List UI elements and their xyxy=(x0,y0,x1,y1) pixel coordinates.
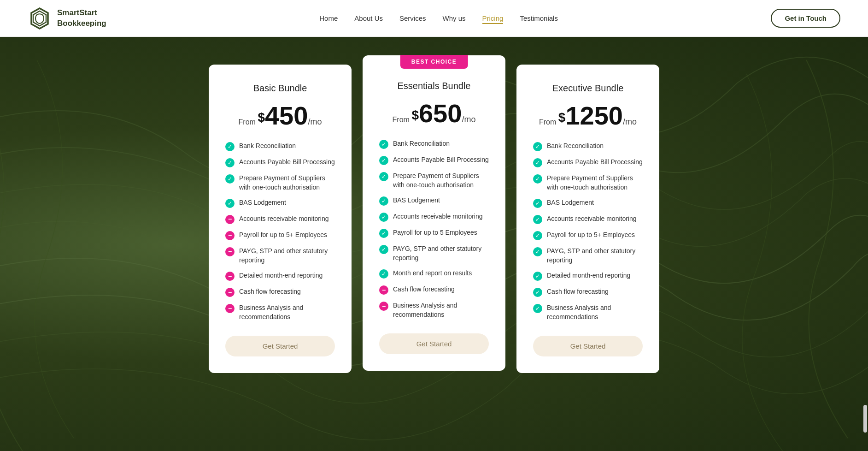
feature-item: ✓Business Analysis and recommendations xyxy=(533,303,643,321)
feature-item: ✓BAS Lodgement xyxy=(379,196,489,206)
price-dollar-essentials: $ xyxy=(411,108,419,122)
price-dollar-basic: $ xyxy=(258,110,265,125)
check-icon: ✓ xyxy=(533,215,542,224)
feature-item: −Payroll for up to 5+ Employees xyxy=(225,231,335,240)
price-amount-basic: 450 xyxy=(265,101,308,130)
price-area-essentials: From $650/mo xyxy=(379,101,489,126)
scroll-indicator xyxy=(863,405,867,433)
pricing-container: Basic Bundle From $450/mo ✓Bank Reconcil… xyxy=(111,55,757,382)
price-area-executive: From $1250/mo xyxy=(533,103,643,129)
check-icon: ✓ xyxy=(533,304,542,313)
cross-icon: − xyxy=(225,304,235,313)
feature-item: ✓Detailed month-end reporting xyxy=(533,271,643,281)
check-icon: ✓ xyxy=(379,245,388,254)
get-started-button-executive[interactable]: Get Started xyxy=(533,336,643,356)
brand-name: SmartStart Bookkeeping xyxy=(57,8,106,28)
check-icon: ✓ xyxy=(533,288,542,297)
nav-item-about[interactable]: About Us xyxy=(354,14,383,23)
feature-item: ✓Payroll for up to 5 Employees xyxy=(379,228,489,238)
pricing-card-basic: Basic Bundle From $450/mo ✓Bank Reconcil… xyxy=(209,65,352,373)
price-area-basic: From $450/mo xyxy=(225,103,335,129)
nav-item-pricing[interactable]: Pricing xyxy=(482,14,504,23)
feature-item: −PAYG, STP and other statutory reporting xyxy=(225,247,335,265)
logo-area: SmartStart Bookkeeping xyxy=(28,6,106,30)
main-content: Basic Bundle From $450/mo ✓Bank Reconcil… xyxy=(0,37,868,451)
features-list-essentials: ✓Bank Reconciliation ✓Accounts Payable B… xyxy=(379,139,489,320)
feature-item: ✓Prepare Payment of Suppliers with one-t… xyxy=(225,174,335,192)
check-icon: ✓ xyxy=(533,247,542,256)
feature-item: ✓Payroll for up to 5+ Employees xyxy=(533,231,643,240)
check-icon: ✓ xyxy=(533,174,542,184)
logo-icon xyxy=(28,6,52,30)
feature-item: ✓Month end report on results xyxy=(379,269,489,279)
card-title-executive: Executive Bundle xyxy=(533,83,643,94)
cross-icon: − xyxy=(379,302,388,311)
feature-item: −Detailed month-end reporting xyxy=(225,271,335,281)
feature-item: ✓Accounts receivable monitoring xyxy=(533,214,643,224)
price-from-executive: From xyxy=(539,118,556,126)
price-mo-executive: /mo xyxy=(623,117,637,126)
check-icon: ✓ xyxy=(379,140,388,149)
nav-item-home[interactable]: Home xyxy=(319,14,338,23)
card-title-basic: Basic Bundle xyxy=(225,83,335,94)
feature-item: −Cash flow forecasting xyxy=(225,287,335,297)
nav-item-testimonials[interactable]: Testimonials xyxy=(520,14,558,23)
cross-icon: − xyxy=(225,247,235,256)
check-icon: ✓ xyxy=(379,213,388,222)
feature-item: −Accounts receivable monitoring xyxy=(225,214,335,224)
nav-item-whyus[interactable]: Why us xyxy=(443,14,466,23)
check-icon: ✓ xyxy=(533,142,542,151)
get-in-touch-button[interactable]: Get in Touch xyxy=(771,9,840,28)
feature-item: −Business Analysis and recommendations xyxy=(379,301,489,319)
check-icon: ✓ xyxy=(379,196,388,206)
feature-item: ✓BAS Lodgement xyxy=(225,198,335,208)
check-icon: ✓ xyxy=(225,199,235,208)
price-dollar-executive: $ xyxy=(558,110,566,125)
feature-item: ✓Accounts receivable monitoring xyxy=(379,212,489,222)
check-icon: ✓ xyxy=(533,272,542,281)
nav-links: Home About Us Services Why us Pricing Te… xyxy=(319,14,558,23)
navbar: SmartStart Bookkeeping Home About Us Ser… xyxy=(0,0,868,37)
check-icon: ✓ xyxy=(225,158,235,167)
features-list-executive: ✓Bank Reconciliation ✓Accounts Payable B… xyxy=(533,142,643,322)
price-mo-basic: /mo xyxy=(308,117,322,126)
feature-item: ✓BAS Lodgement xyxy=(533,198,643,208)
get-started-button-essentials[interactable]: Get Started xyxy=(379,333,489,354)
nav-item-services[interactable]: Services xyxy=(399,14,426,23)
check-icon: ✓ xyxy=(379,229,388,238)
feature-item: ✓Bank Reconciliation xyxy=(379,139,489,149)
check-icon: ✓ xyxy=(533,199,542,208)
feature-item: ✓Bank Reconciliation xyxy=(533,142,643,151)
price-from-basic: From xyxy=(239,118,256,126)
check-icon: ✓ xyxy=(379,156,388,165)
check-icon: ✓ xyxy=(225,174,235,184)
feature-item: ✓Accounts Payable Bill Processing xyxy=(379,155,489,165)
price-mo-essentials: /mo xyxy=(462,115,475,124)
cross-icon: − xyxy=(225,231,235,240)
feature-item: ✓PAYG, STP and other statutory reporting xyxy=(379,244,489,262)
price-amount-executive: 1250 xyxy=(565,101,623,130)
feature-item: ✓Cash flow forecasting xyxy=(533,287,643,297)
feature-item: ✓Prepare Payment of Suppliers with one-t… xyxy=(379,172,489,190)
check-icon: ✓ xyxy=(533,231,542,240)
cross-icon: − xyxy=(225,288,235,297)
feature-item: ✓Bank Reconciliation xyxy=(225,142,335,151)
cross-icon: − xyxy=(225,215,235,224)
feature-item: −Business Analysis and recommendations xyxy=(225,303,335,321)
feature-item: −Cash flow forecasting xyxy=(379,285,489,295)
feature-item: ✓Prepare Payment of Suppliers with one-t… xyxy=(533,174,643,192)
check-icon: ✓ xyxy=(225,142,235,151)
check-icon: ✓ xyxy=(379,269,388,279)
get-started-button-basic[interactable]: Get Started xyxy=(225,336,335,356)
card-title-essentials: Essentials Bundle xyxy=(379,81,489,91)
feature-item: ✓Accounts Payable Bill Processing xyxy=(533,158,643,167)
cross-icon: − xyxy=(225,272,235,281)
price-amount-essentials: 650 xyxy=(419,99,462,128)
cross-icon: − xyxy=(379,285,388,295)
feature-item: ✓PAYG, STP and other statutory reporting xyxy=(533,247,643,265)
feature-item: ✓Accounts Payable Bill Processing xyxy=(225,158,335,167)
check-icon: ✓ xyxy=(379,172,388,181)
best-choice-badge: BEST CHOICE xyxy=(400,55,468,69)
check-icon: ✓ xyxy=(533,158,542,167)
pricing-card-essentials: BEST CHOICE Essentials Bundle From $650/… xyxy=(363,55,505,371)
